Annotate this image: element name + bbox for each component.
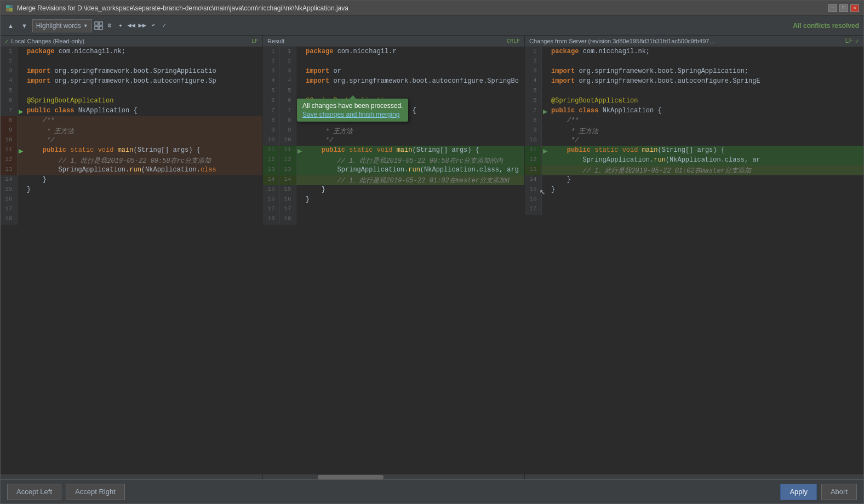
minimize-button[interactable]: ─ [828, 4, 837, 12]
table-row: 4 import org.springframework.boot.autoco… [525, 77, 863, 87]
abort-button[interactable]: Abort [821, 484, 857, 500]
cursor-pointer-icon: ↖ [540, 185, 546, 197]
view-grid-icon[interactable] [94, 21, 103, 30]
accept-left-button[interactable]: Accept Left [7, 484, 61, 500]
title-bar: Merge Revisions for D:\idea_workspace\se… [1, 1, 863, 16]
table-row: 1 package com.nicchagil.nk; [525, 47, 863, 57]
table-row: 16 [525, 195, 863, 205]
svg-rect-1 [9, 8, 13, 12]
left-pane-label: Local Changes (Read-only) [11, 38, 84, 44]
tooltip-arrow [350, 95, 356, 99]
middle-pane-label-bar: Result CRLF [263, 36, 525, 47]
main-window: Merge Revisions for D:\idea_workspace\se… [0, 0, 864, 504]
table-row: 8 /** [1, 116, 262, 126]
table-row: 14 14 // 1、此行是我2019-05-22 01:02在master分支… [263, 175, 524, 185]
toolbar: ▲ ▼ Highlight words ▼ ⚙ ✦ ◀◀ ▶▶ ↶ ✓ All … [1, 16, 863, 36]
right-lf-badge: LF [845, 37, 852, 45]
middle-pane-label: Result [267, 38, 284, 44]
table-row: 3 import org.springframework.boot.Spring… [1, 67, 262, 77]
app-icon [5, 4, 14, 13]
next-icon[interactable]: ▶▶ [138, 21, 147, 30]
left-code-table: 1 package com.nicchagil.nk; 2 3 [1, 47, 262, 225]
table-row: 9 * 王方法 [1, 126, 262, 136]
prev-conflict-button[interactable]: ▲ [5, 19, 16, 32]
table-row: 10 */ [525, 136, 863, 146]
table-row: 12 // 1、此行是我2019-05-22 00:58在rc分支添加 [1, 156, 262, 165]
svg-rect-3 [6, 8, 9, 12]
table-row: 13 13 SpringApplication.run(NkApplicatio… [263, 165, 524, 175]
table-row: 15 } [1, 185, 262, 195]
middle-scrollbar[interactable] [263, 474, 524, 479]
tooltip-message: All changes have been processed. [302, 102, 403, 110]
right-scrollbar[interactable] [525, 474, 863, 479]
table-row: 4 import org.springframework.boot.autoco… [1, 77, 262, 87]
table-row: 5 [1, 87, 262, 96]
table-row: 2 2 [263, 57, 524, 67]
table-row: 12 12 // 1、此行是我2019-05-22 00:58在rc分支添加的内 [263, 156, 524, 165]
save-link[interactable]: Save changes and finish merging [302, 111, 403, 118]
magic-icon[interactable]: ✦ [116, 21, 125, 30]
table-row: 17 [1, 205, 262, 215]
left-code-area[interactable]: 1 package com.nicchagil.nk; 2 3 [1, 47, 262, 474]
conflicts-status: All conflicts resolved [793, 22, 859, 30]
left-scrollbar[interactable] [1, 474, 262, 479]
accept-right-button[interactable]: Accept Right [66, 484, 125, 500]
table-row: 13 SpringApplication.run(NkApplication.c… [1, 165, 262, 175]
right-pane-label-bar: Changes from Server (revision 3d80e1958d… [525, 36, 863, 47]
table-row: 5 5 [263, 87, 524, 96]
table-row: 1 1 package com.nicchagil.r [263, 47, 524, 57]
highlight-words-label: Highlight words [36, 22, 81, 30]
table-row: 7 ▶ public class NkApplication { [1, 106, 262, 116]
table-row: 3 3 import or [263, 67, 524, 77]
table-row: 6 @SpringBootApplication [525, 96, 863, 106]
highlight-words-button[interactable]: Highlight words ▼ [32, 19, 92, 32]
middle-crlf-badge: CRLF [507, 38, 520, 44]
left-pane-label-bar: ✓ Local Changes (Read-only) LF [1, 36, 263, 47]
prev-icon[interactable]: ◀◀ [127, 21, 136, 30]
maximize-button[interactable]: □ [839, 4, 848, 12]
table-row: 13 // 1、此行是我2019-05-22 01:02在master分支添加 [525, 165, 863, 175]
table-row: 15 15 } [263, 185, 524, 195]
table-row: 7 ▶ public class NkApplication { [525, 106, 863, 116]
right-check-icon: ✓ [855, 37, 859, 45]
undo-icon[interactable]: ↶ [149, 21, 158, 30]
table-row: 18 [1, 215, 262, 225]
table-row: 9 * 王方法 [525, 126, 863, 136]
table-row: 11 ▶ public static void main(String[] ar… [1, 146, 262, 156]
svg-rect-7 [99, 26, 102, 30]
table-row: 4 4 import org.springframework.boot.auto… [263, 77, 524, 87]
svg-rect-5 [99, 22, 102, 25]
table-row: 14 } [525, 175, 863, 185]
table-row: 9 9 * 王方法 [263, 126, 524, 136]
table-row: 16 16 } [263, 195, 524, 205]
table-row: 14 } [1, 175, 262, 185]
middle-pane: 1 1 package com.nicchagil.r 2 2 [263, 47, 525, 479]
table-row: 16 [1, 195, 262, 205]
next-conflict-button[interactable]: ▼ [19, 19, 30, 32]
left-pane: 1 package com.nicchagil.nk; 2 3 [1, 47, 263, 479]
middle-code-table: 1 1 package com.nicchagil.r 2 2 [263, 47, 524, 225]
table-row: 11 11 ▶ public static void main(String[]… [263, 146, 524, 156]
table-row: 12 SpringApplication.run(NkApplication.c… [525, 156, 863, 165]
window-title: Merge Revisions for D:\idea_workspace\se… [17, 4, 828, 12]
main-content: ✓ Local Changes (Read-only) LF Result CR… [1, 36, 863, 479]
highlight-words-dropdown-icon[interactable]: ▼ [83, 23, 88, 28]
close-button[interactable]: ✕ [850, 4, 859, 12]
table-row: 17 [525, 205, 863, 215]
tooltip-bubble: All changes have been processed. Save ch… [297, 99, 408, 122]
accept-icon[interactable]: ✓ [160, 21, 169, 30]
right-code-area[interactable]: 1 package com.nicchagil.nk; 2 3 import o… [525, 47, 863, 474]
svg-rect-4 [95, 22, 98, 25]
table-row: 2 [525, 57, 863, 67]
table-row: 3 import org.springframework.boot.Spring… [525, 67, 863, 77]
table-row: 15 ↖ } [525, 185, 863, 195]
panes-container: 1 package com.nicchagil.nk; 2 3 [1, 47, 863, 479]
apply-button[interactable]: Apply [780, 484, 817, 500]
table-row: 2 [1, 57, 262, 67]
table-row: 17 17 [263, 205, 524, 215]
table-row: 6 @SpringBootApplication [1, 96, 262, 106]
right-pane: 1 package com.nicchagil.nk; 2 3 import o… [525, 47, 863, 479]
settings-icon[interactable]: ⚙ [105, 21, 114, 30]
table-row: 18 18 [263, 215, 524, 225]
table-row: 5 [525, 87, 863, 96]
